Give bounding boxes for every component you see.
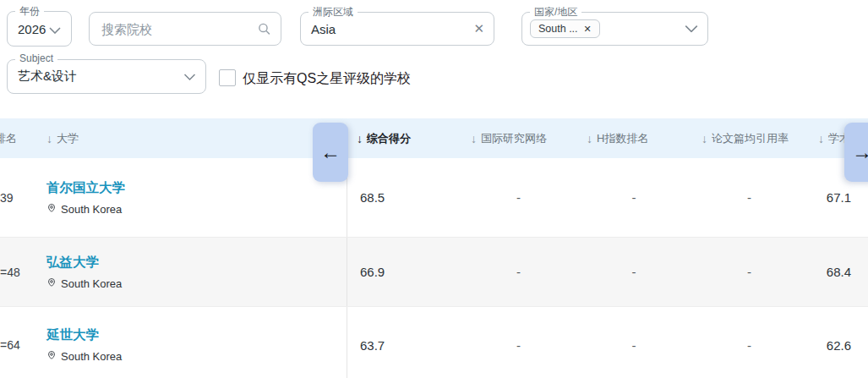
university-cell: 弘益大学 South Korea <box>27 238 347 306</box>
search-input[interactable] <box>100 12 247 46</box>
citations-cell: - <box>691 238 807 306</box>
table-body: 39 首尔国立大学 South Korea 68.5 - - - 67.1 =4… <box>0 158 868 378</box>
location-pin-icon <box>46 277 57 291</box>
rank-cell: =48 <box>0 238 27 306</box>
scroll-left-button[interactable]: ← <box>313 123 348 182</box>
overall-score-cell: 68.5 <box>347 158 461 237</box>
sort-down-icon: ↓ <box>471 132 477 145</box>
chevron-down-icon <box>49 22 61 36</box>
qs-stars-checkbox-label: 仅显示有QS之星评级的学校 <box>243 70 411 88</box>
academic-cell: 68.4 <box>807 238 868 306</box>
sort-down-icon: ↓ <box>701 132 707 145</box>
subject-select-value: 艺术&设计 <box>18 68 195 85</box>
region-select[interactable]: 洲际区域 Asia ✕ <box>300 12 494 46</box>
region-select-value: Asia <box>311 22 483 36</box>
subject-select[interactable]: Subject 艺术&设计 <box>7 59 206 94</box>
table-row: =64 延世大学 South Korea 63.7 - - - 62.6 <box>0 307 868 378</box>
sort-down-icon: ↓ <box>357 132 363 145</box>
scroll-right-button[interactable]: → <box>844 123 868 182</box>
column-header-citations-per-paper[interactable]: ↓ 论文篇均引用率 <box>691 131 807 146</box>
country-chip-label: South ... <box>538 23 578 35</box>
university-link[interactable]: 延世大学 <box>46 326 347 344</box>
h-index-cell: - <box>576 158 691 237</box>
chevron-down-icon <box>183 74 196 80</box>
country-select[interactable]: 国家/地区 South ... ✕ <box>521 12 708 46</box>
column-header-university[interactable]: ↓ 大学 <box>27 131 347 146</box>
table-header: 排名 ↓ 大学 ↓ 综合得分 ↓ 国际研究网络 ↓ H指数排名 ↓ 论文篇均引用… <box>0 118 868 158</box>
sort-down-icon: ↓ <box>818 132 824 145</box>
irn-cell: - <box>461 307 576 378</box>
academic-cell: 62.6 <box>807 307 868 378</box>
university-cell: 首尔国立大学 South Korea <box>27 158 347 237</box>
irn-cell: - <box>461 158 576 237</box>
table-row: =48 弘益大学 South Korea 66.9 - - - 68.4 <box>0 237 868 307</box>
h-index-cell: - <box>576 307 691 378</box>
column-header-rank[interactable]: 排名 <box>0 131 27 146</box>
chevron-down-icon <box>685 25 698 33</box>
search-field <box>89 12 281 46</box>
region-select-label: 洲际区域 <box>308 5 358 19</box>
location-label: South Korea <box>61 350 122 363</box>
search-icon <box>257 22 271 36</box>
column-header-international-research-network[interactable]: ↓ 国际研究网络 <box>461 131 576 146</box>
overall-score-cell: 66.9 <box>347 238 461 306</box>
citations-cell: - <box>691 307 807 378</box>
irn-cell: - <box>461 238 576 306</box>
location-label: South Korea <box>61 277 122 290</box>
university-link[interactable]: 弘益大学 <box>46 254 347 271</box>
university-link[interactable]: 首尔国立大学 <box>46 179 347 197</box>
location-pin-icon <box>46 202 57 216</box>
sort-down-icon: ↓ <box>587 132 592 145</box>
overall-score-cell: 63.7 <box>347 307 461 378</box>
column-header-h-index[interactable]: ↓ H指数排名 <box>576 131 691 146</box>
year-select[interactable]: 年份 2026 <box>7 11 72 47</box>
rank-cell: 39 <box>0 158 27 237</box>
sort-down-icon: ↓ <box>46 132 52 145</box>
table-row: 39 首尔国立大学 South Korea 68.5 - - - 67.1 <box>0 158 868 237</box>
university-cell: 延世大学 South Korea <box>27 307 347 378</box>
rank-cell: =64 <box>0 307 27 378</box>
qs-stars-checkbox[interactable] <box>219 69 236 86</box>
year-select-label: 年份 <box>15 4 44 19</box>
country-chip[interactable]: South ... ✕ <box>530 19 600 38</box>
citations-cell: - <box>691 158 807 237</box>
arrow-right-icon: → <box>852 140 868 164</box>
location-label: South Korea <box>61 203 122 216</box>
subject-select-label: Subject <box>15 52 57 64</box>
clear-icon[interactable]: ✕ <box>473 21 484 36</box>
chip-remove-icon[interactable]: ✕ <box>584 24 592 35</box>
year-select-value: 2026 <box>18 22 49 36</box>
location-pin-icon <box>46 349 57 364</box>
arrow-left-icon: ← <box>320 140 341 164</box>
column-header-overall-score[interactable]: ↓ 综合得分 <box>347 131 461 146</box>
country-select-label: 国家/地区 <box>530 5 581 19</box>
h-index-cell: - <box>576 238 691 306</box>
